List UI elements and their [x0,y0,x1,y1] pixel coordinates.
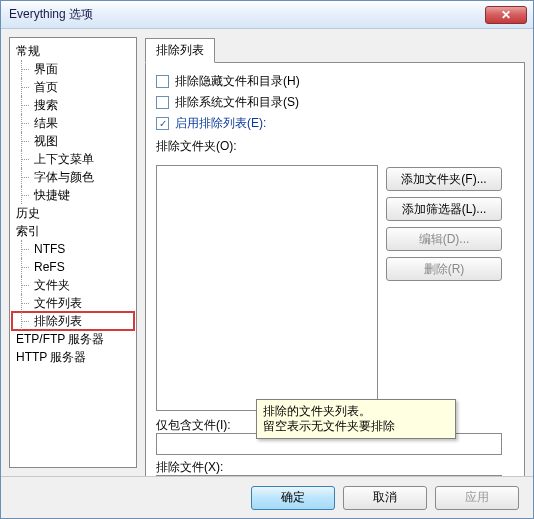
tab-page: 排除隐藏文件和目录(H) 排除系统文件和目录(S) 启用排除列表(E): 排除文… [145,62,525,476]
tooltip-line2: 留空表示无文件夹要排除 [263,419,449,434]
titlebar[interactable]: Everything 选项 ✕ [1,1,533,29]
tree-item-view[interactable]: 视图 [12,132,134,150]
label-exclude-hidden: 排除隐藏文件和目录(H) [175,73,300,90]
ok-button[interactable]: 确定 [251,486,335,510]
tree-item-etp[interactable]: ETP/FTP 服务器 [12,330,134,348]
remove-button[interactable]: 删除(R) [386,257,502,281]
label-exclude-files: 排除文件(X): [156,459,223,476]
tree-item-refs[interactable]: ReFS [12,258,134,276]
label-enable-exclude: 启用排除列表(E): [175,115,266,132]
tree-item-history[interactable]: 历史 [12,204,134,222]
exclude-folders-listbox[interactable] [156,165,378,411]
cancel-button[interactable]: 取消 [343,486,427,510]
row-exclude-system: 排除系统文件和目录(S) [156,94,514,111]
tree-item-search[interactable]: 搜索 [12,96,134,114]
tree-item-ntfs[interactable]: NTFS [12,240,134,258]
tree-item-folders[interactable]: 文件夹 [12,276,134,294]
checkbox-enable-exclude[interactable] [156,117,169,130]
row-exclude-hidden: 排除隐藏文件和目录(H) [156,73,514,90]
tooltip-line1: 排除的文件夹列表。 [263,404,449,419]
tree-item-hotkeys[interactable]: 快捷键 [12,186,134,204]
tree-item-general[interactable]: 常规 [12,42,134,60]
tree-item-exclude[interactable]: 排除列表 [12,312,134,330]
window-title: Everything 选项 [9,6,485,23]
tree-item-fonts[interactable]: 字体与颜色 [12,168,134,186]
dialog-body: 常规 界面 首页 搜索 结果 视图 上下文菜单 字体与颜色 快捷键 历史 索引 … [1,29,533,476]
tree-item-index[interactable]: 索引 [12,222,134,240]
close-icon: ✕ [501,8,511,22]
tree-item-results[interactable]: 结果 [12,114,134,132]
tree-item-home[interactable]: 首页 [12,78,134,96]
tree-item-context[interactable]: 上下文菜单 [12,150,134,168]
add-folder-button[interactable]: 添加文件夹(F)... [386,167,502,191]
edit-button[interactable]: 编辑(D)... [386,227,502,251]
content-pane: 排除列表 排除隐藏文件和目录(H) 排除系统文件和目录(S) 启用排除列表(E)… [145,37,525,468]
checkbox-exclude-system[interactable] [156,96,169,109]
apply-button[interactable]: 应用 [435,486,519,510]
options-dialog: Everything 选项 ✕ 常规 界面 首页 搜索 结果 视图 上下文菜单 … [0,0,534,519]
checkbox-exclude-hidden[interactable] [156,75,169,88]
label-include-files: 仅包含文件(I): [156,417,231,434]
dialog-footer: 确定 取消 应用 [1,476,533,518]
exclude-files-input[interactable] [156,475,502,476]
row-enable-exclude: 启用排除列表(E): [156,115,514,132]
tab-exclude[interactable]: 排除列表 [145,38,215,63]
close-button[interactable]: ✕ [485,6,527,24]
tree-item-filelist[interactable]: 文件列表 [12,294,134,312]
tooltip: 排除的文件夹列表。 留空表示无文件夹要排除 [256,399,456,439]
category-tree[interactable]: 常规 界面 首页 搜索 结果 视图 上下文菜单 字体与颜色 快捷键 历史 索引 … [9,37,137,468]
tree-item-ui[interactable]: 界面 [12,60,134,78]
side-buttons: 添加文件夹(F)... 添加筛选器(L)... 编辑(D)... 删除(R) [386,167,502,281]
tree-item-http[interactable]: HTTP 服务器 [12,348,134,366]
label-exclude-system: 排除系统文件和目录(S) [175,94,299,111]
label-exclude-folders: 排除文件夹(O): [156,138,514,155]
add-filter-button[interactable]: 添加筛选器(L)... [386,197,502,221]
